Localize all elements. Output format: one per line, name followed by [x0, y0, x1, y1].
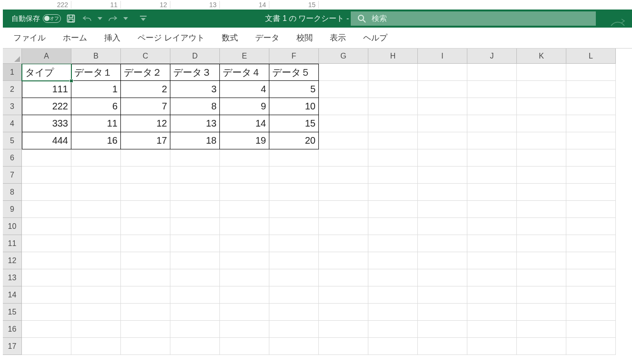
search-box[interactable]: 検索 [351, 11, 596, 26]
cell-H6[interactable] [368, 149, 418, 167]
cell-E16[interactable] [220, 321, 269, 338]
cell-F1[interactable]: データ５ [269, 64, 319, 81]
cell-K2[interactable] [517, 81, 566, 98]
tab-data[interactable]: データ [247, 28, 288, 48]
cell-K10[interactable] [517, 218, 566, 235]
cell-L10[interactable] [566, 218, 616, 235]
cell-I8[interactable] [418, 184, 467, 201]
share-icon[interactable] [610, 17, 628, 27]
cell-C12[interactable] [121, 252, 170, 269]
cell-K16[interactable] [517, 321, 566, 338]
cell-A9[interactable] [22, 201, 71, 218]
cell-J1[interactable] [467, 64, 517, 81]
cell-H8[interactable] [368, 184, 418, 201]
cell-H2[interactable] [368, 81, 418, 98]
cell-A2[interactable]: 111 [22, 81, 71, 98]
cell-D14[interactable] [170, 286, 220, 304]
column-header-A[interactable]: A [22, 49, 71, 64]
cell-H11[interactable] [368, 235, 418, 252]
cell-B14[interactable] [71, 286, 121, 304]
cell-G1[interactable] [319, 64, 368, 81]
cell-G7[interactable] [319, 167, 368, 184]
cell-C3[interactable]: 7 [121, 98, 170, 115]
row-header-15[interactable]: 15 [3, 304, 22, 321]
cell-D11[interactable] [170, 235, 220, 252]
cell-B7[interactable] [71, 167, 121, 184]
cell-C16[interactable] [121, 321, 170, 338]
cell-I5[interactable] [418, 132, 467, 149]
cell-L5[interactable] [566, 132, 616, 149]
cell-C15[interactable] [121, 304, 170, 321]
cell-F9[interactable] [269, 201, 319, 218]
cell-B17[interactable] [71, 338, 121, 355]
cell-K14[interactable] [517, 286, 566, 304]
cell-H12[interactable] [368, 252, 418, 269]
cell-J14[interactable] [467, 286, 517, 304]
cell-H13[interactable] [368, 269, 418, 286]
cell-B6[interactable] [71, 149, 121, 167]
cell-G11[interactable] [319, 235, 368, 252]
cell-F4[interactable]: 15 [269, 115, 319, 132]
cell-B2[interactable]: 1 [71, 81, 121, 98]
cell-H9[interactable] [368, 201, 418, 218]
cell-D13[interactable] [170, 269, 220, 286]
cell-A3[interactable]: 222 [22, 98, 71, 115]
cell-A13[interactable] [22, 269, 71, 286]
cell-A10[interactable] [22, 218, 71, 235]
cell-I12[interactable] [418, 252, 467, 269]
cell-L7[interactable] [566, 167, 616, 184]
cell-I9[interactable] [418, 201, 467, 218]
redo-icon[interactable] [107, 12, 119, 25]
row-header-3[interactable]: 3 [3, 98, 22, 115]
toggle-switch-off[interactable]: オフ [43, 14, 61, 23]
cell-C11[interactable] [121, 235, 170, 252]
cell-I2[interactable] [418, 81, 467, 98]
cell-C10[interactable] [121, 218, 170, 235]
cell-A12[interactable] [22, 252, 71, 269]
cell-D15[interactable] [170, 304, 220, 321]
cell-I16[interactable] [418, 321, 467, 338]
cell-B1[interactable]: データ１ [71, 64, 121, 81]
cell-K1[interactable] [517, 64, 566, 81]
tab-pagelayout[interactable]: ページ レイアウト [129, 28, 213, 48]
cell-H5[interactable] [368, 132, 418, 149]
cell-I7[interactable] [418, 167, 467, 184]
cell-F16[interactable] [269, 321, 319, 338]
autosave-toggle[interactable]: 自動保存 オフ [11, 14, 61, 23]
cell-L4[interactable] [566, 115, 616, 132]
column-header-F[interactable]: F [269, 49, 319, 64]
cell-A17[interactable] [22, 338, 71, 355]
column-header-K[interactable]: K [517, 49, 566, 64]
cell-C4[interactable]: 12 [121, 115, 170, 132]
cell-B5[interactable]: 16 [71, 132, 121, 149]
cell-J7[interactable] [467, 167, 517, 184]
cell-J16[interactable] [467, 321, 517, 338]
cell-F13[interactable] [269, 269, 319, 286]
cell-J17[interactable] [467, 338, 517, 355]
row-header-7[interactable]: 7 [3, 167, 22, 184]
cell-K12[interactable] [517, 252, 566, 269]
undo-icon[interactable] [81, 12, 93, 25]
row-header-2[interactable]: 2 [3, 81, 22, 98]
cell-E8[interactable] [220, 184, 269, 201]
cell-G6[interactable] [319, 149, 368, 167]
cell-J3[interactable] [467, 98, 517, 115]
cell-A14[interactable] [22, 286, 71, 304]
cell-F7[interactable] [269, 167, 319, 184]
cell-G9[interactable] [319, 201, 368, 218]
column-header-L[interactable]: L [566, 49, 616, 64]
cell-F10[interactable] [269, 218, 319, 235]
undo-dropdown-icon[interactable] [97, 12, 103, 25]
cell-L15[interactable] [566, 304, 616, 321]
cell-F11[interactable] [269, 235, 319, 252]
select-all-triangle[interactable] [3, 49, 22, 64]
cell-J11[interactable] [467, 235, 517, 252]
cell-I15[interactable] [418, 304, 467, 321]
row-header-1[interactable]: 1 [3, 64, 22, 81]
cell-F15[interactable] [269, 304, 319, 321]
cell-L12[interactable] [566, 252, 616, 269]
cell-I1[interactable] [418, 64, 467, 81]
cell-L14[interactable] [566, 286, 616, 304]
cell-E2[interactable]: 4 [220, 81, 269, 98]
cell-L9[interactable] [566, 201, 616, 218]
